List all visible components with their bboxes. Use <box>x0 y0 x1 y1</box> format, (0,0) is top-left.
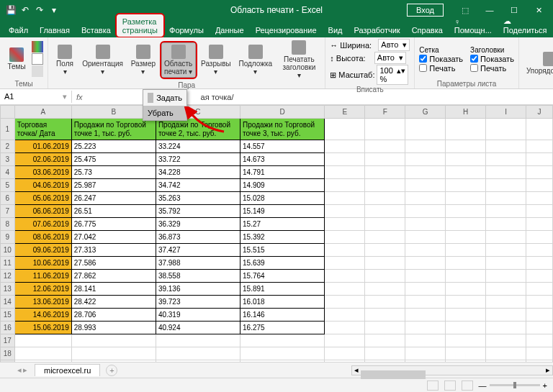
cell[interactable]: 16.275 <box>240 322 325 334</box>
cell[interactable] <box>325 205 365 218</box>
cell[interactable] <box>325 257 365 270</box>
cell[interactable]: 16.018 <box>240 296 325 309</box>
cell[interactable] <box>526 257 553 270</box>
cell[interactable] <box>486 153 526 166</box>
cell[interactable]: 26.51 <box>71 205 156 218</box>
cell[interactable]: 37.988 <box>156 257 240 270</box>
page-layout-view-button[interactable] <box>444 380 456 391</box>
cell[interactable] <box>365 119 405 140</box>
cell[interactable]: 26.247 <box>71 192 156 205</box>
cell[interactable]: 27.586 <box>71 257 156 270</box>
cell[interactable]: 15.639 <box>240 257 325 270</box>
cell[interactable] <box>405 347 446 360</box>
cell[interactable]: 33.224 <box>156 140 240 153</box>
cell[interactable]: 12.06.2019 <box>14 283 71 296</box>
row-header[interactable]: 1 <box>1 119 15 140</box>
cell[interactable] <box>486 322 526 334</box>
cell[interactable]: 40.924 <box>156 322 240 334</box>
cell[interactable]: 39.723 <box>156 296 240 309</box>
cell[interactable] <box>325 244 365 257</box>
cell[interactable] <box>486 270 526 283</box>
cell[interactable] <box>365 334 405 347</box>
cell[interactable] <box>325 347 365 360</box>
row-header[interactable]: 5 <box>1 179 15 192</box>
headers-show-checkbox[interactable]: Показать <box>470 55 514 63</box>
cell[interactable] <box>365 192 405 205</box>
arrange-button[interactable]: Упорядочение <box>523 50 553 76</box>
cell[interactable] <box>365 153 405 166</box>
cell[interactable]: 33.722 <box>156 153 240 166</box>
область-печати-button[interactable]: Областьпечати ▾ <box>161 42 196 78</box>
cell[interactable]: 15.764 <box>240 270 325 283</box>
cell[interactable]: Торговая точка/ Дата <box>14 119 71 140</box>
cell[interactable] <box>365 231 405 244</box>
spreadsheet-grid[interactable]: ABCDEFGHIJ1Торговая точка/ ДатаПродажи п… <box>0 105 553 362</box>
cell[interactable]: 15.149 <box>240 205 325 218</box>
cell[interactable]: 07.06.2019 <box>14 218 71 231</box>
cell[interactable]: 37.427 <box>156 244 240 257</box>
cell[interactable] <box>486 231 526 244</box>
sheet-nav[interactable]: ◂▸ <box>17 365 27 375</box>
cell[interactable] <box>156 334 240 347</box>
cell[interactable] <box>365 205 405 218</box>
cell[interactable] <box>405 153 446 166</box>
cell[interactable] <box>365 309 405 322</box>
cell[interactable] <box>486 218 526 231</box>
cell[interactable] <box>405 322 446 334</box>
подложка-button[interactable]: Подложка▾ <box>236 43 274 77</box>
cell[interactable] <box>526 119 553 140</box>
cell[interactable] <box>486 166 526 179</box>
cell[interactable] <box>446 270 486 283</box>
save-icon[interactable]: 💾 <box>6 5 16 15</box>
cell[interactable] <box>526 205 553 218</box>
cell[interactable] <box>325 270 365 283</box>
cell[interactable] <box>446 296 486 309</box>
cell[interactable]: 36.329 <box>156 218 240 231</box>
cell[interactable] <box>405 270 446 283</box>
col-header[interactable]: J <box>526 106 553 119</box>
headers-print-checkbox[interactable]: Печать <box>470 64 514 73</box>
cell[interactable] <box>325 119 365 140</box>
row-header[interactable]: 7 <box>1 205 15 218</box>
cell[interactable]: 27.042 <box>71 231 156 244</box>
cell[interactable] <box>405 119 446 140</box>
select-all[interactable] <box>1 106 15 119</box>
cell[interactable] <box>446 322 486 334</box>
page-break-view-button[interactable] <box>462 380 473 391</box>
cell[interactable] <box>526 283 553 296</box>
cell[interactable] <box>446 218 486 231</box>
cell[interactable] <box>526 334 553 347</box>
cell[interactable] <box>365 257 405 270</box>
row-header[interactable]: 16 <box>1 322 15 334</box>
qat-dropdown-icon[interactable]: ▾ <box>49 5 59 15</box>
row-header[interactable]: 12 <box>1 270 15 283</box>
row-header[interactable]: 4 <box>1 166 15 179</box>
tab-рецензирование[interactable]: Рецензирование <box>250 23 323 37</box>
themes-button[interactable]: Темы <box>4 46 29 72</box>
fonts-icon[interactable] <box>32 53 43 65</box>
cell[interactable]: 35.792 <box>156 205 240 218</box>
cell[interactable] <box>365 347 405 360</box>
cell[interactable] <box>325 140 365 153</box>
cell[interactable] <box>325 334 365 347</box>
cell[interactable]: 15.392 <box>240 231 325 244</box>
cell[interactable] <box>526 309 553 322</box>
cell[interactable] <box>526 244 553 257</box>
row-header[interactable]: 18 <box>1 347 15 360</box>
cell[interactable] <box>325 166 365 179</box>
cell[interactable]: 02.06.2019 <box>14 153 71 166</box>
cell[interactable] <box>325 296 365 309</box>
cell[interactable] <box>405 231 446 244</box>
cell[interactable] <box>446 231 486 244</box>
cell[interactable] <box>526 179 553 192</box>
row-header[interactable]: 17 <box>1 334 15 347</box>
cell[interactable] <box>325 322 365 334</box>
fx-icon[interactable]: fx <box>72 93 87 101</box>
row-header[interactable]: 2 <box>1 140 15 153</box>
cell[interactable] <box>526 153 553 166</box>
clear-print-area[interactable]: Убрать <box>143 106 186 120</box>
tab-справка[interactable]: Справка <box>406 23 449 37</box>
sheet-tab[interactable]: microexcel.ru <box>35 364 100 376</box>
cell[interactable]: 06.06.2019 <box>14 205 71 218</box>
cell[interactable] <box>405 244 446 257</box>
